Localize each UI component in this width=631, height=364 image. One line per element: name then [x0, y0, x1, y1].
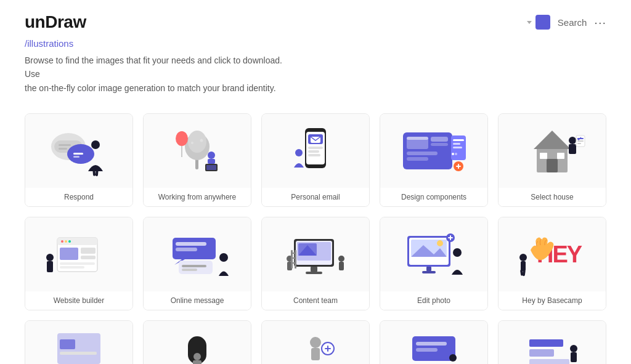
svg-rect-49	[540, 153, 547, 159]
svg-rect-52	[569, 144, 576, 154]
svg-rect-88	[291, 253, 296, 254]
page-description: Browse to find the images that fit your …	[25, 54, 296, 95]
svg-point-51	[569, 137, 576, 144]
illustration-card-respond[interactable]: Respond	[25, 113, 133, 207]
svg-rect-74	[182, 265, 206, 267]
illustration-card-working-from-anywhere[interactable]: Working from anywhere	[143, 113, 251, 207]
svg-rect-124	[529, 339, 563, 347]
illustration-image-select-house	[499, 114, 606, 188]
illustration-label-edit-photo: Edit photo	[380, 291, 487, 310]
illustration-image-partial-2	[144, 321, 251, 364]
svg-point-76	[219, 253, 228, 262]
svg-rect-121	[416, 342, 447, 346]
svg-rect-63	[60, 262, 95, 265]
illustration-card-partial-3[interactable]	[261, 320, 370, 364]
illustration-card-design-components[interactable]: Design components	[380, 113, 488, 207]
more-menu-button[interactable]: ···	[594, 15, 606, 30]
svg-rect-39	[453, 143, 460, 145]
illustration-card-partial-1[interactable]	[25, 320, 133, 364]
illustration-image-respond	[25, 114, 132, 188]
illustration-card-online-message[interactable]: Online message	[143, 217, 251, 310]
svg-point-115	[310, 337, 321, 348]
svg-rect-116	[311, 348, 320, 360]
svg-rect-62	[60, 248, 78, 260]
svg-point-59	[61, 240, 63, 243]
svg-rect-126	[529, 359, 569, 364]
illustration-card-website-builder[interactable]: Website builder	[25, 217, 133, 310]
illustration-label-working: Working from anywhere	[144, 188, 251, 206]
svg-rect-36	[407, 157, 428, 161]
svg-point-16	[191, 142, 193, 144]
search-label[interactable]: Search	[558, 17, 587, 28]
color-swatch[interactable]	[535, 15, 550, 30]
svg-rect-38	[453, 139, 464, 141]
illustration-card-hey-by-basecamp[interactable]: HEY Hey by Basecamp	[498, 217, 606, 310]
svg-point-28	[295, 149, 303, 156]
illustration-card-partial-5[interactable]	[498, 320, 606, 364]
svg-rect-19	[208, 159, 215, 164]
illustration-card-partial-4[interactable]	[380, 320, 488, 364]
svg-rect-34	[431, 143, 448, 146]
illustration-label-website-builder: Website builder	[25, 291, 132, 310]
svg-rect-98	[426, 267, 431, 271]
illustration-image-design-components	[380, 114, 487, 188]
illustration-card-edit-photo[interactable]: Edit photo	[380, 217, 488, 310]
illustration-label-design-components: Design components	[380, 188, 487, 206]
svg-rect-40	[453, 147, 462, 148]
svg-rect-68	[47, 261, 53, 272]
svg-point-61	[68, 240, 71, 243]
illustration-image-working	[144, 114, 251, 188]
svg-rect-2	[59, 144, 71, 146]
svg-rect-35	[407, 152, 438, 155]
svg-rect-21	[206, 165, 216, 170]
svg-rect-89	[291, 257, 296, 259]
illustration-image-partial-3	[262, 321, 369, 364]
svg-point-14	[176, 131, 188, 146]
illustration-image-content-team	[262, 217, 369, 291]
svg-marker-47	[534, 131, 571, 149]
header: unDraw Search ···	[0, 0, 631, 38]
svg-rect-32	[407, 137, 428, 140]
svg-rect-122	[416, 348, 438, 352]
svg-rect-114	[193, 360, 202, 364]
svg-rect-65	[81, 248, 96, 254]
illustration-card-select-house[interactable]: Select house	[498, 113, 606, 207]
illustration-image-website-builder	[25, 217, 132, 291]
illustration-label-select-house: Select house	[499, 188, 606, 206]
svg-rect-7	[73, 156, 79, 158]
svg-rect-50	[557, 153, 564, 159]
svg-rect-66	[81, 256, 96, 259]
page-intro: /illustrations Browse to find the images…	[0, 38, 631, 107]
svg-point-8	[91, 140, 100, 149]
svg-rect-64	[60, 266, 84, 269]
illustration-label-online-message: Online message	[144, 291, 251, 310]
svg-point-42	[455, 153, 457, 155]
illustration-card-content-team[interactable]: Content team	[261, 217, 370, 310]
svg-rect-27	[308, 154, 320, 156]
svg-rect-70	[176, 242, 206, 246]
illustration-image-personal-email	[262, 114, 369, 188]
header-right: Search ···	[527, 15, 606, 30]
svg-point-97	[437, 240, 443, 246]
svg-rect-56	[577, 143, 581, 144]
illustration-label-respond: Respond	[25, 188, 132, 206]
svg-point-60	[65, 240, 67, 243]
illustration-image-online-message	[144, 217, 251, 291]
svg-rect-111	[60, 352, 97, 355]
svg-point-17	[200, 139, 203, 142]
illustration-label-personal-email: Personal email	[262, 188, 369, 206]
illustration-card-personal-email[interactable]: Personal email	[261, 113, 370, 207]
illustration-image-partial-1	[25, 321, 132, 364]
svg-point-18	[208, 152, 215, 159]
svg-point-13	[188, 131, 206, 153]
color-dropdown-arrow-icon	[527, 21, 532, 24]
illustration-image-partial-4	[380, 321, 487, 364]
illustration-card-partial-2[interactable]	[143, 320, 251, 364]
color-picker[interactable]	[527, 15, 550, 30]
svg-rect-106	[521, 261, 526, 271]
svg-point-67	[46, 254, 54, 261]
illustration-label-hey-by-basecamp: Hey by Basecamp	[499, 291, 606, 310]
svg-rect-119	[327, 346, 328, 352]
svg-rect-48	[547, 159, 558, 172]
svg-rect-26	[308, 150, 319, 153]
